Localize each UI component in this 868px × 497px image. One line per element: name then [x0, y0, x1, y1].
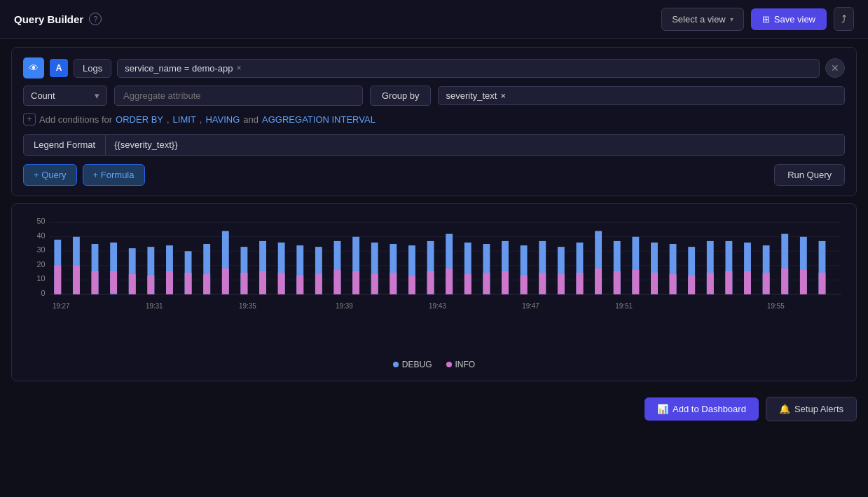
- action-left: + Query + Formula: [23, 164, 145, 186]
- svg-rect-29: [203, 274, 210, 294]
- chart-legend: DEBUG INFO: [23, 360, 845, 369]
- header: Query Builder ? Select a view ▾ ⊞ Save v…: [0, 0, 868, 39]
- svg-rect-23: [147, 275, 154, 294]
- run-query-button[interactable]: Run Query: [774, 164, 845, 186]
- select-view-button[interactable]: Select a view ▾: [661, 8, 744, 31]
- info-legend-label: INFO: [455, 360, 476, 369]
- group-by-container[interactable]: severity_text ×: [438, 86, 845, 105]
- svg-rect-75: [632, 270, 639, 294]
- svg-rect-49: [390, 273, 397, 294]
- save-view-label: Save view: [774, 14, 815, 25]
- svg-rect-57: [464, 274, 471, 294]
- debug-legend-dot: [393, 362, 399, 367]
- limit-link[interactable]: LIMIT: [173, 114, 196, 125]
- svg-rect-53: [427, 271, 434, 294]
- filter-remove-button[interactable]: ×: [236, 63, 241, 73]
- aggregate-attribute-input[interactable]: [114, 86, 363, 106]
- bell-icon: 🔔: [779, 404, 790, 414]
- svg-rect-27: [185, 273, 192, 294]
- svg-rect-77: [651, 273, 658, 294]
- svg-text:19:39: 19:39: [336, 302, 353, 310]
- add-conditions-icon[interactable]: +: [23, 113, 36, 125]
- conditions-prefix: Add conditions for: [39, 114, 112, 125]
- svg-rect-83: [707, 273, 714, 294]
- legend-format-input[interactable]: [106, 134, 845, 156]
- svg-rect-91: [781, 268, 788, 294]
- visibility-toggle-button[interactable]: 👁: [23, 57, 44, 79]
- filter-value: service_name = demo-app: [125, 63, 233, 74]
- svg-rect-79: [670, 274, 677, 294]
- chevron-down-icon: ▾: [95, 90, 99, 101]
- source-selector[interactable]: Logs: [74, 59, 111, 78]
- order-by-link[interactable]: ORDER BY: [116, 114, 163, 125]
- svg-rect-47: [371, 274, 378, 294]
- svg-rect-21: [129, 274, 136, 294]
- query-section: 👁 A Logs service_name = demo-app × ✕ Cou…: [11, 47, 857, 196]
- debug-legend-item: DEBUG: [393, 360, 432, 369]
- close-icon: ✕: [831, 62, 839, 74]
- having-link[interactable]: HAVING: [205, 114, 240, 125]
- svg-rect-87: [744, 271, 751, 294]
- svg-text:20: 20: [36, 260, 45, 268]
- svg-rect-33: [241, 273, 248, 294]
- svg-rect-15: [73, 266, 80, 294]
- legend-row: Legend Format: [23, 134, 845, 156]
- svg-rect-41: [315, 274, 322, 294]
- share-button[interactable]: ⤴: [834, 7, 854, 31]
- svg-rect-65: [539, 273, 546, 294]
- svg-rect-61: [502, 271, 509, 294]
- svg-rect-31: [222, 268, 229, 294]
- header-right: Select a view ▾ ⊞ Save view ⤴: [661, 7, 854, 31]
- svg-rect-55: [446, 268, 453, 294]
- svg-text:19:51: 19:51: [615, 302, 633, 310]
- add-query-button[interactable]: + Query: [23, 164, 77, 186]
- save-view-button[interactable]: ⊞ Save view: [751, 8, 827, 30]
- conditions-row: + Add conditions for ORDER BY , LIMIT , …: [23, 113, 845, 125]
- svg-rect-39: [296, 275, 303, 294]
- svg-rect-51: [408, 275, 415, 294]
- help-icon[interactable]: ?: [89, 13, 102, 25]
- svg-rect-93: [800, 270, 807, 294]
- setup-alerts-button[interactable]: 🔔 Setup Alerts: [766, 397, 857, 421]
- query-row2: Count ▾ Group by severity_text ×: [23, 86, 845, 106]
- svg-text:50: 50: [36, 217, 45, 225]
- setup-alerts-label: Setup Alerts: [794, 404, 843, 414]
- svg-rect-71: [595, 268, 602, 294]
- add-formula-button[interactable]: + Formula: [83, 164, 145, 186]
- svg-text:19:43: 19:43: [429, 302, 446, 310]
- add-dashboard-label: Add to Dashboard: [673, 404, 746, 414]
- svg-text:19:31: 19:31: [146, 302, 163, 310]
- svg-rect-17: [92, 271, 99, 294]
- svg-text:30: 30: [36, 245, 45, 254]
- filter-tag: service_name = demo-app ×: [125, 63, 241, 74]
- group-by-remove-button[interactable]: ×: [500, 90, 506, 101]
- chart-section: 50 40 30 20 10 0: [11, 203, 857, 381]
- svg-rect-35: [259, 271, 266, 294]
- add-to-dashboard-button[interactable]: 📊 Add to Dashboard: [645, 397, 759, 421]
- query-row1: 👁 A Logs service_name = demo-app × ✕: [23, 57, 845, 79]
- filter-container[interactable]: service_name = demo-app ×: [117, 59, 820, 78]
- aggregate-function-selector[interactable]: Count ▾: [23, 86, 107, 106]
- svg-rect-19: [110, 271, 117, 293]
- svg-rect-13: [54, 266, 61, 294]
- close-query-button[interactable]: ✕: [825, 58, 845, 78]
- comma1: ,: [167, 114, 170, 125]
- svg-rect-37: [278, 273, 285, 294]
- debug-legend-label: DEBUG: [402, 360, 432, 369]
- legend-format-label: Legend Format: [23, 134, 106, 156]
- and-text: and: [243, 114, 259, 125]
- svg-rect-81: [688, 275, 695, 294]
- svg-rect-43: [334, 270, 341, 294]
- svg-text:10: 10: [36, 274, 45, 282]
- info-legend-dot: [446, 362, 452, 367]
- comma2: ,: [200, 114, 202, 125]
- svg-rect-73: [614, 271, 621, 294]
- dashboard-icon: 📊: [657, 404, 668, 414]
- count-label: Count: [31, 90, 55, 101]
- chart-svg: 50 40 30 20 10 0: [23, 215, 845, 355]
- info-legend-item: INFO: [446, 360, 476, 369]
- bottom-bar: 📊 Add to Dashboard 🔔 Setup Alerts: [0, 390, 868, 428]
- aggregation-interval-link[interactable]: AGGREGATION INTERVAL: [262, 114, 376, 125]
- header-left: Query Builder ?: [14, 13, 102, 25]
- group-by-tag: severity_text ×: [446, 90, 506, 101]
